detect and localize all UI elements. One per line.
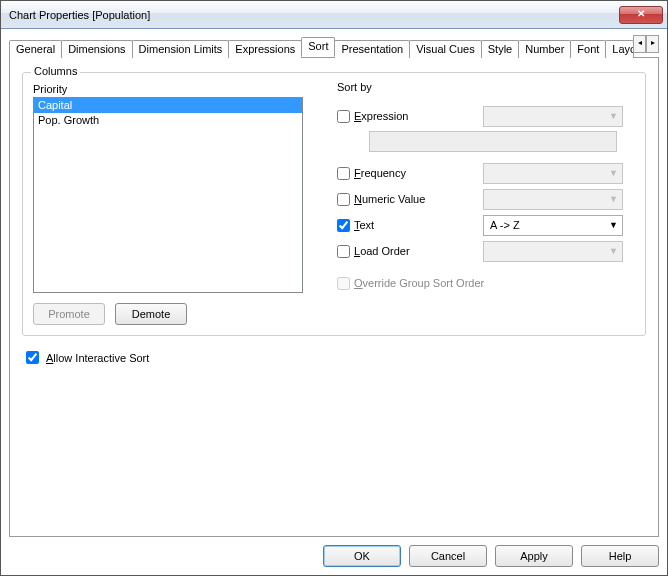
tab-strip: General Dimensions Dimension Limits Expr…: [9, 35, 659, 57]
tab-presentation[interactable]: Presentation: [334, 40, 410, 58]
demote-button[interactable]: Demote: [115, 303, 187, 325]
override-checkbox: [337, 277, 350, 290]
tab-scroll: ◂ ▸: [633, 35, 659, 53]
dialog-footer: OK Cancel Apply Help: [9, 537, 659, 567]
list-item[interactable]: Pop. Growth: [34, 113, 302, 128]
chevron-down-icon: ▼: [609, 220, 618, 230]
frequency-combo: ▼: [483, 163, 623, 184]
expression-combo: ▼: [483, 106, 623, 127]
columns-group-label: Columns: [31, 65, 80, 77]
columns-groupbox: Columns Priority Capital Pop. Growth Pro…: [22, 72, 646, 336]
tab-style[interactable]: Style: [481, 40, 519, 58]
chevron-down-icon: ▼: [609, 194, 618, 204]
list-item[interactable]: Capital: [34, 98, 302, 113]
promote-button: Promote: [33, 303, 105, 325]
text-combo[interactable]: A -> Z ▼: [483, 215, 623, 236]
tab-dimensions[interactable]: Dimensions: [61, 40, 132, 58]
tab-page-sort: Columns Priority Capital Pop. Growth Pro…: [9, 57, 659, 537]
chevron-down-icon: ▼: [609, 168, 618, 178]
frequency-check-label[interactable]: Frequency: [337, 167, 477, 180]
sortby-label: Sort by: [337, 81, 372, 93]
expression-checkbox[interactable]: [337, 110, 350, 123]
tab-general[interactable]: General: [9, 40, 62, 58]
numeric-checkbox[interactable]: [337, 193, 350, 206]
allow-interactive-label: Allow Interactive Sort: [46, 352, 149, 364]
numeric-combo: ▼: [483, 189, 623, 210]
override-check-label: Override Group Sort Order: [337, 277, 484, 290]
sortby-column: Sort by Expression ▼: [337, 83, 635, 325]
expression-check-label[interactable]: Expression: [337, 110, 477, 123]
ok-button[interactable]: OK: [323, 545, 401, 567]
allow-interactive-checkbox[interactable]: [26, 351, 39, 364]
tab-dimension-limits[interactable]: Dimension Limits: [132, 40, 230, 58]
tab-expressions[interactable]: Expressions: [228, 40, 302, 58]
tab-visual-cues[interactable]: Visual Cues: [409, 40, 482, 58]
tab-layout[interactable]: Layo: [605, 40, 634, 58]
load-check-label[interactable]: Load Order: [337, 245, 477, 258]
allow-interactive-row[interactable]: Allow Interactive Sort: [22, 348, 646, 367]
apply-button[interactable]: Apply: [495, 545, 573, 567]
window-title: Chart Properties [Population]: [9, 9, 619, 21]
tab-scroll-left[interactable]: ◂: [633, 35, 646, 53]
chevron-down-icon: ▼: [609, 111, 618, 121]
text-check-label[interactable]: Text: [337, 219, 477, 232]
frequency-checkbox[interactable]: [337, 167, 350, 180]
text-checkbox[interactable]: [337, 219, 350, 232]
numeric-check-label[interactable]: Numeric Value: [337, 193, 477, 206]
tab-sort[interactable]: Sort: [301, 37, 335, 57]
cancel-button[interactable]: Cancel: [409, 545, 487, 567]
expression-edit: [369, 131, 617, 152]
close-button[interactable]: ✕: [619, 6, 663, 24]
priority-label: Priority: [33, 83, 303, 95]
help-button[interactable]: Help: [581, 545, 659, 567]
priority-column: Priority Capital Pop. Growth Promote Dem…: [33, 83, 303, 325]
tab-number[interactable]: Number: [518, 40, 571, 58]
chevron-down-icon: ▼: [609, 246, 618, 256]
content-area: General Dimensions Dimension Limits Expr…: [1, 29, 667, 575]
load-combo: ▼: [483, 241, 623, 262]
title-bar: Chart Properties [Population] ✕: [1, 1, 667, 29]
load-checkbox[interactable]: [337, 245, 350, 258]
priority-listbox[interactable]: Capital Pop. Growth: [33, 97, 303, 293]
tab-scroll-right[interactable]: ▸: [646, 35, 659, 53]
tab-font[interactable]: Font: [570, 40, 606, 58]
